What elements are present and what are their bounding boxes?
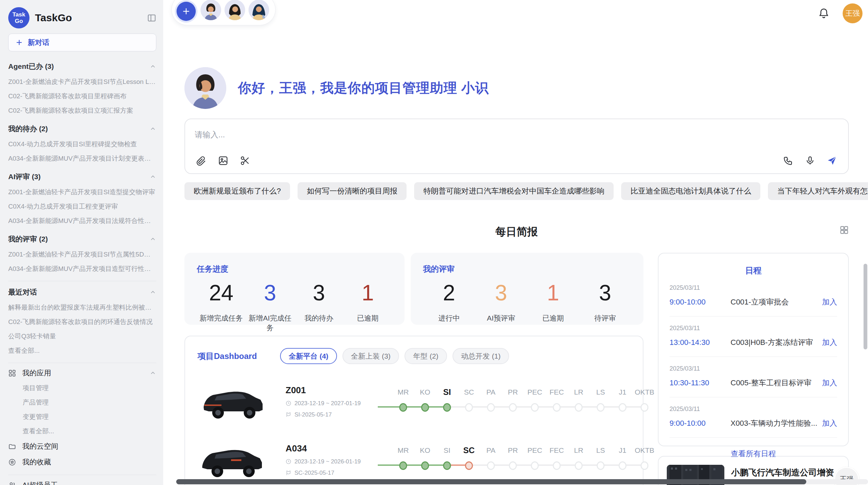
horizontal-scrollbar-thumb[interactable] [176, 479, 806, 484]
section-title: 我的待办 (2) [8, 124, 48, 134]
sidebar-item-my-apps[interactable]: 我的应用 [8, 365, 156, 381]
app-item-view-all[interactable]: 查看全部... [8, 424, 156, 438]
join-link[interactable]: 加入 [822, 337, 837, 348]
suggestion-chip[interactable]: 当下年轻人对汽车外观有怎样的喜好趋势 [768, 182, 868, 200]
sidebar-item[interactable]: C02-飞腾新能源轻客改款项目立项汇报方案 [8, 103, 156, 118]
input-tools-right [780, 153, 840, 169]
milestone-node [597, 461, 605, 470]
milestone-node [443, 403, 451, 412]
sidebar-item-ai-staff[interactable]: AI超级员工 [8, 477, 156, 485]
sidebar-item-cloud-space[interactable]: 我的云空间 [8, 438, 156, 454]
horizontal-scrollbar-track [176, 479, 868, 484]
sidebar-item[interactable]: C0X4-动力总成开发项目SI里程碑提交物检查 [8, 137, 156, 151]
section-my-todo[interactable]: 我的待办 (2) [8, 121, 156, 137]
schedule-event-title: C005-整车工程目标评审 [731, 378, 822, 388]
project-code: A034 [286, 443, 376, 454]
send-icon[interactable] [824, 153, 840, 169]
new-chat-label: 新对话 [28, 38, 49, 47]
project-flag: SI-2025-05-17 [286, 411, 376, 418]
schedule-item: 2025/03/11 9:00-10:00 X003-车辆动力学性能验... 加… [670, 397, 837, 438]
schedule-card: 日程 2025/03/11 9:00-10:00 C001-立项审批会 加入 2… [658, 253, 849, 446]
project-row-z001[interactable]: 王强 Z001 2023-12-19 ~ 2027-01-19 SI-2025-… [197, 381, 630, 422]
tab-powertrain[interactable]: 动总开发 (1) [453, 348, 509, 364]
app-root: Task Go TaskGo 新对话 Agent已办 (3) Z001-全新燃油… [0, 0, 868, 485]
sidebar-collapse-icon[interactable] [147, 13, 156, 23]
section-recent-chats[interactable]: 最近对话 [8, 284, 156, 300]
sidebar-item[interactable]: C0X4-动力总成开发项目工程变更评审 [8, 199, 156, 214]
project-row-a034[interactable]: 王强 A034 2023-12-19 ~ 2026-01-19 SC-2025-… [197, 439, 630, 481]
suggestion-chip[interactable]: 比亚迪全固态电池计划具体说了什么 [621, 182, 760, 200]
sidebar-item[interactable]: Z001-全新燃油轻卡产品开发项目SI造型提交物评审 [8, 185, 156, 199]
milestone-label: KO [414, 445, 436, 458]
sidebar-item-favorites[interactable]: 我的收藏 [8, 454, 156, 470]
project-info: A034 2023-12-19 ~ 2026-01-19 SC-2025-05-… [286, 443, 376, 476]
sidebar-item[interactable]: C02-飞腾新能源轻客改款项目里程碑画布 [8, 89, 156, 103]
milestone-node [487, 461, 495, 470]
milestone-label: KO [414, 386, 436, 400]
milestone: MR [392, 386, 414, 416]
my-review-title: 我的评审 [423, 264, 631, 274]
stat-in-progress: 2 进行中 [423, 282, 475, 323]
recent-chat-item[interactable]: 解释最新出台的欧盟报废车法规再生塑料比例被调至15%... [8, 300, 156, 315]
suggestion-chip[interactable]: 特朗普可能对进口汽车增税会对中国车企造成哪些影响 [414, 182, 614, 200]
milestone: SC [458, 386, 480, 416]
chevron-up-icon [149, 236, 156, 242]
milestone-label: FEC [546, 445, 568, 458]
milestone: PR [502, 386, 524, 416]
milestone-label: PA [480, 445, 502, 458]
scissors-icon[interactable] [237, 153, 253, 169]
schedule-time: 9:00-10:00 [670, 419, 731, 428]
suggestion-chip[interactable]: 如何写一份清晰的项目周报 [298, 182, 407, 200]
app-logo: Task Go [8, 7, 29, 28]
sidebar-item[interactable]: A034-全新新能源MUV产品开发项目法规符合性评审 [8, 214, 156, 228]
mic-icon[interactable] [802, 153, 818, 169]
milestone: PEC [524, 386, 546, 416]
sidebar-item[interactable]: Z001-全新燃油轻卡产品开发项目SI节点属性5D文件评审 [8, 247, 156, 262]
sidebar-scroll: Agent已办 (3) Z001-全新燃油皮卡产品开发项目SI节点Lesson … [8, 55, 156, 485]
join-link[interactable]: 加入 [822, 378, 837, 388]
milestone: LS [590, 386, 612, 416]
project-dates: 2023-12-19 ~ 2026-01-19 [286, 458, 376, 465]
join-link[interactable]: 加入 [822, 418, 837, 428]
favorites-label: 我的收藏 [22, 457, 51, 467]
attach-icon[interactable] [193, 153, 209, 169]
news-title: 小鹏飞行汽车制造公司增资 [731, 467, 840, 478]
milestone-node [509, 403, 517, 412]
section-ai-review[interactable]: AI评审 (3) [8, 169, 156, 185]
image-icon[interactable] [215, 153, 231, 169]
apps-grid-icon [8, 369, 16, 377]
tab-model-year[interactable]: 年型 (2) [405, 348, 447, 364]
people-icon [8, 481, 16, 485]
layout-grid-icon[interactable] [840, 225, 849, 235]
app-title: TaskGo [35, 12, 142, 24]
schedule-event-title: C003|H0B-方案冻结评审 [731, 337, 822, 348]
section-agent-done[interactable]: Agent已办 (3) [8, 58, 156, 75]
recent-chat-item[interactable]: 公司Q3轻卡销量 [8, 329, 156, 344]
milestone: SC [458, 445, 480, 475]
new-chat-button[interactable]: 新对话 [8, 34, 156, 51]
greeting-row: 你好，王强，我是你的项目管理助理 小识 [184, 67, 849, 109]
sidebar-item[interactable]: A034-全新新能源MUV产品开发项目计划变更表编写 [8, 151, 156, 166]
milestone-node [465, 461, 473, 470]
app-item-project-mgmt[interactable]: 项目管理 [8, 381, 156, 395]
milestone-label: PR [502, 445, 524, 458]
app-item-change-mgmt[interactable]: 变更管理 [8, 410, 156, 424]
sidebar-item[interactable]: Z001-全新燃油皮卡产品开发项目SI节点Lesson Learn报告 [8, 75, 156, 89]
milestone: FEC [546, 445, 568, 475]
app-item-product-mgmt[interactable]: 产品管理 [8, 395, 156, 410]
tab-new-body[interactable]: 全新上装 (3) [342, 348, 399, 364]
sidebar-item[interactable]: A034-全新新能源MUV产品开发项目造型可行性评审 [8, 262, 156, 276]
section-my-review[interactable]: 我的评审 (2) [8, 231, 156, 247]
recent-chat-item[interactable]: C02-飞腾新能源轻客改款项目的闭环通告反馈情况 [8, 315, 156, 329]
join-link[interactable]: 加入 [822, 297, 837, 307]
vertical-scrollbar-thumb[interactable] [864, 264, 867, 349]
milestone: SI [436, 445, 458, 475]
divider [8, 475, 156, 475]
milestone-label: LR [568, 445, 590, 458]
suggestion-chips: 欧洲新规最近颁布了什么? 如何写一份清晰的项目周报 特朗普可能对进口汽车增税会对… [184, 182, 849, 200]
suggestion-chip[interactable]: 欧洲新规最近颁布了什么? [184, 182, 290, 200]
phone-icon[interactable] [780, 153, 796, 169]
recent-chat-view-all[interactable]: 查看全部... [8, 344, 156, 358]
tab-new-platform[interactable]: 全新平台 (4) [280, 348, 337, 364]
chat-input-card[interactable]: 请输入... [184, 119, 849, 174]
